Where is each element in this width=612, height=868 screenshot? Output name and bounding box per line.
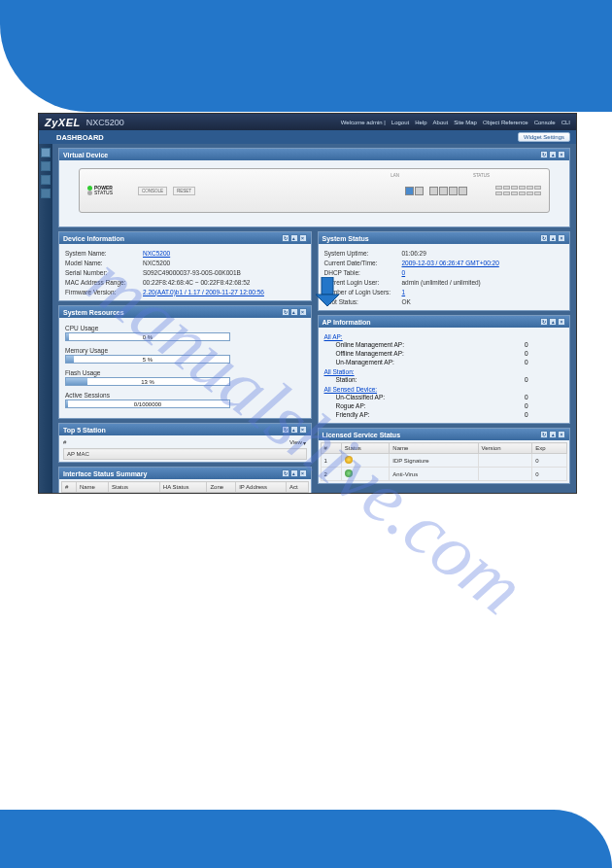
system-status-panel: System Status↻▴× System Uptime:01:06:29C… xyxy=(318,231,571,311)
status-value: 01:06:29 xyxy=(402,250,426,257)
close-icon[interactable]: × xyxy=(299,469,307,477)
info-key: Serial Number: xyxy=(65,269,143,276)
help-link[interactable]: Help xyxy=(415,120,426,125)
svc-header: Exp xyxy=(532,443,567,454)
device-info-panel: Device Information↻▴× System Name:NXC520… xyxy=(58,231,312,301)
virtual-device-panel: Virtual Device ↻▴× POWER STATUS CONSOLE … xyxy=(58,148,570,227)
close-icon[interactable]: × xyxy=(558,318,565,326)
refresh-icon[interactable]: ↻ xyxy=(282,308,289,316)
virtual-device-header: Virtual Device ↻▴× xyxy=(59,149,569,160)
refresh-icon[interactable]: ↻ xyxy=(540,431,548,438)
welcome-text: Welcome admin | xyxy=(341,120,386,125)
console-link[interactable]: Console xyxy=(534,120,556,125)
close-icon[interactable]: × xyxy=(299,234,307,242)
sidebar-dashboard-icon[interactable] xyxy=(41,148,51,157)
info-value: S092C49000037-93-00S-00K001B xyxy=(143,269,241,276)
collapse-icon[interactable]: ▴ xyxy=(549,318,557,326)
ap-group-header[interactable]: All AP: xyxy=(324,331,564,340)
virtual-device-title: Virtual Device xyxy=(63,152,108,158)
resource-label: Active Sessions xyxy=(65,392,305,399)
logout-link[interactable]: Logout xyxy=(391,120,409,125)
info-value: NXC5200 xyxy=(143,260,170,266)
resource-label: Memory Usage xyxy=(65,347,305,354)
info-key: Model Name: xyxy=(65,260,143,266)
port-status-label: STATUS xyxy=(473,173,490,178)
ap-item-value: 0 xyxy=(525,394,563,400)
refresh-icon[interactable]: ↻ xyxy=(540,151,548,158)
sidebar-config-icon[interactable] xyxy=(41,175,51,185)
svg-marker-1 xyxy=(316,295,339,306)
close-icon[interactable]: × xyxy=(299,308,307,316)
status-icon xyxy=(345,469,353,477)
widget-settings-button[interactable]: Widget Settings xyxy=(518,132,570,142)
resource-bar: 13 % xyxy=(65,377,230,386)
lan-port-4[interactable] xyxy=(439,187,448,195)
sidebar xyxy=(39,144,52,493)
ap-item-label: Rogue AP: xyxy=(336,402,526,409)
collapse-icon[interactable]: ▴ xyxy=(290,426,298,434)
info-value: 00:22F8:42:68:4C ~ 00:22F8:42:68:52 xyxy=(143,279,250,286)
collapse-icon[interactable]: ▴ xyxy=(549,431,557,438)
refresh-icon[interactable]: ↻ xyxy=(282,469,289,477)
close-icon[interactable]: × xyxy=(558,431,565,438)
lan-port-5[interactable] xyxy=(449,187,458,195)
ap-info-panel: AP Information↻▴× All AP:Online Manageme… xyxy=(318,315,571,424)
ap-item-value: 0 xyxy=(525,376,563,383)
ap-group-header[interactable]: All Station: xyxy=(324,366,564,375)
refresh-icon[interactable]: ↻ xyxy=(540,234,548,242)
collapse-icon[interactable]: ▴ xyxy=(549,234,557,242)
status-value[interactable]: 0 xyxy=(402,269,406,276)
resource-bar: 5 % xyxy=(65,355,230,364)
status-value: admin (unlimited / unlimited) xyxy=(402,279,481,286)
device-info-title: Device Information xyxy=(63,235,124,242)
top-nav: Welcome admin | Logout Help About Site M… xyxy=(341,120,570,125)
status-value: OK xyxy=(402,298,411,305)
lan-port-1[interactable] xyxy=(405,187,414,195)
info-value[interactable]: NXC5200 xyxy=(143,250,170,257)
collapse-icon[interactable]: ▴ xyxy=(290,469,298,477)
collapse-icon[interactable]: ▴ xyxy=(290,234,298,242)
iface-header: HA Status xyxy=(159,482,207,493)
iface-panel: Interface Status Summary↻▴× #NameStatusH… xyxy=(58,467,312,494)
collapse-icon[interactable]: ▴ xyxy=(549,151,557,158)
status-key: DHCP Table: xyxy=(324,269,402,276)
info-value[interactable]: 2.20(AAT.0)b1 / 1.17 / 2009-11-27 12:00:… xyxy=(143,289,264,295)
close-icon[interactable]: × xyxy=(299,426,307,434)
collapse-icon[interactable]: ▴ xyxy=(290,308,298,316)
refresh-icon[interactable]: ↻ xyxy=(540,318,548,326)
lan-port-3[interactable] xyxy=(429,187,438,195)
system-resources-panel: System Resources↻▴× CPU Usage0 %Memory U… xyxy=(58,305,312,419)
ap-item-label: Online Management AP: xyxy=(336,341,526,348)
service-status-panel: Licensed Service Status↻▴× #StatusNameVe… xyxy=(318,428,571,484)
objref-link[interactable]: Object Reference xyxy=(483,120,528,125)
status-label: STATUS xyxy=(94,190,113,195)
iface-header: Status xyxy=(109,482,160,493)
sitemap-link[interactable]: Site Map xyxy=(454,120,477,125)
iface-header: IP Address xyxy=(236,482,287,493)
top5-title: Top 5 Station xyxy=(63,427,106,434)
refresh-icon[interactable]: ↻ xyxy=(282,426,289,434)
sidebar-maintenance-icon[interactable] xyxy=(41,189,51,198)
sidebar-monitor-icon[interactable] xyxy=(41,161,51,171)
lan-port-6[interactable] xyxy=(459,187,467,195)
system-resources-title: System Resources xyxy=(63,309,124,316)
status-key: Current Date/Time: xyxy=(324,260,402,266)
ap-item-label: Offline Management AP: xyxy=(336,350,526,357)
status-value[interactable]: 2009-12-03 / 06:26:47 GMT+00:20 xyxy=(402,260,499,266)
reset-button: RESET xyxy=(173,187,195,195)
dashboard-title: DASHBOARD xyxy=(56,133,104,142)
svc-header: # xyxy=(321,443,341,454)
ap-group-header[interactable]: All Sensed Device: xyxy=(324,384,564,393)
lan-label: LAN xyxy=(391,173,399,178)
close-icon[interactable]: × xyxy=(558,151,565,158)
top5-view-label[interactable]: View xyxy=(289,439,302,446)
close-icon[interactable]: × xyxy=(558,234,565,242)
lan-port-2[interactable] xyxy=(415,187,424,195)
refresh-icon[interactable]: ↻ xyxy=(282,234,289,242)
status-value[interactable]: 1 xyxy=(402,289,406,295)
svc-header: Name xyxy=(390,443,478,454)
iface-header: Act xyxy=(286,482,308,493)
titlebar: ZyXEL NXC5200 Welcome admin | Logout Hel… xyxy=(39,114,576,130)
about-link[interactable]: About xyxy=(433,120,449,125)
cli-link[interactable]: CLI xyxy=(561,120,570,125)
